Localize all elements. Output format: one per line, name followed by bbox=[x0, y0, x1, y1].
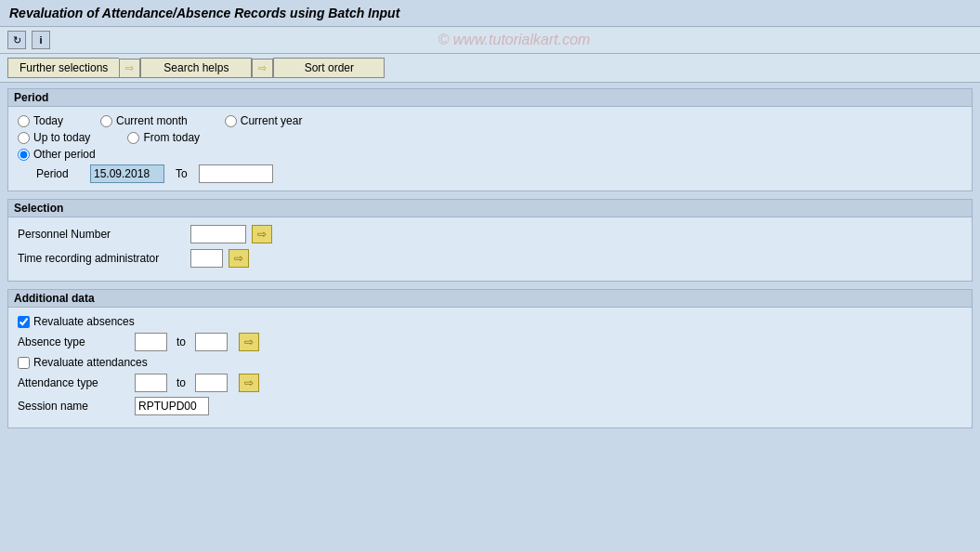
radio-today-label: Today bbox=[33, 114, 63, 127]
time-recording-arrow-btn[interactable]: ⇨ bbox=[229, 249, 249, 268]
period-row-3: Other period bbox=[18, 148, 962, 161]
revaluate-absences-text: Revaluate absences bbox=[33, 315, 135, 328]
absence-type-label: Absence type bbox=[18, 335, 129, 348]
radio-up-to-today-label: Up to today bbox=[33, 131, 90, 144]
period-section: Period Today Current month Current year bbox=[7, 88, 973, 191]
to-label: To bbox=[176, 167, 188, 180]
title-bar: Revaluation of Attendance/Absence Record… bbox=[0, 0, 980, 27]
tab-sort-order[interactable]: Sort order bbox=[273, 58, 385, 78]
period-section-body: Today Current month Current year Up to t… bbox=[8, 107, 972, 191]
attendance-type-to-label: to bbox=[176, 376, 186, 389]
period-input-row: Period To bbox=[18, 164, 962, 183]
tab-search-helps[interactable]: Search helps bbox=[140, 58, 252, 78]
absence-type-row: Absence type to ⇨ bbox=[18, 333, 962, 351]
radio-today-input[interactable] bbox=[18, 115, 30, 127]
radio-current-year-input[interactable] bbox=[225, 115, 237, 127]
revaluate-absences-label[interactable]: Revaluate absences bbox=[18, 315, 135, 328]
page-title: Revaluation of Attendance/Absence Record… bbox=[9, 6, 399, 20]
attendance-type-label: Attendance type bbox=[18, 376, 129, 389]
watermark: © www.tutorialkart.com bbox=[56, 32, 973, 48]
attendance-type-from-input[interactable] bbox=[135, 374, 167, 392]
revaluate-attendances-text: Revaluate attendances bbox=[33, 356, 148, 369]
session-name-label: Session name bbox=[18, 400, 129, 413]
revaluate-absences-checkbox[interactable] bbox=[18, 316, 30, 328]
personnel-number-row: Personnel Number ⇨ bbox=[18, 225, 962, 243]
radio-current-month-input[interactable] bbox=[100, 115, 112, 127]
personnel-number-arrow-btn[interactable]: ⇨ bbox=[252, 225, 272, 243]
tab-further-selections[interactable]: Further selections bbox=[7, 58, 119, 78]
radio-up-to-today[interactable]: Up to today bbox=[18, 131, 90, 144]
revaluate-attendances-row: Revaluate attendances bbox=[18, 356, 962, 369]
absence-type-arrow-btn[interactable]: ⇨ bbox=[239, 333, 259, 351]
radio-other-period-input[interactable] bbox=[18, 149, 30, 161]
period-row-1: Today Current month Current year bbox=[18, 114, 962, 127]
absence-type-to-input[interactable] bbox=[195, 333, 228, 351]
radio-current-year[interactable]: Current year bbox=[225, 114, 303, 127]
radio-up-to-today-input[interactable] bbox=[18, 132, 30, 144]
period-from-date[interactable] bbox=[90, 164, 164, 183]
session-name-row: Session name bbox=[18, 397, 962, 415]
radio-other-period[interactable]: Other period bbox=[18, 148, 96, 161]
period-to-date[interactable] bbox=[199, 164, 273, 183]
time-recording-input[interactable] bbox=[190, 249, 223, 268]
selection-section-body: Personnel Number ⇨ Time recording admini… bbox=[8, 217, 972, 281]
absence-type-from-input[interactable] bbox=[135, 333, 167, 351]
attendance-type-arrow-btn[interactable]: ⇨ bbox=[239, 374, 259, 392]
radio-current-month-label: Current month bbox=[116, 114, 188, 127]
search-helps-arrow-icon: ⇨ bbox=[252, 59, 273, 78]
radio-other-period-label: Other period bbox=[33, 148, 96, 161]
radio-from-today-input[interactable] bbox=[127, 132, 139, 144]
radio-today[interactable]: Today bbox=[18, 114, 63, 127]
attendance-type-row: Attendance type to ⇨ bbox=[18, 374, 962, 392]
radio-from-today-label: From today bbox=[143, 131, 200, 144]
personnel-number-input[interactable] bbox=[190, 225, 246, 243]
time-recording-row: Time recording administrator ⇨ bbox=[18, 249, 962, 268]
revaluate-attendances-checkbox[interactable] bbox=[18, 357, 30, 369]
further-selections-arrow-icon: ⇨ bbox=[119, 59, 140, 78]
additional-section: Additional data Revaluate absences Absen… bbox=[7, 289, 973, 428]
selection-section-title: Selection bbox=[8, 200, 972, 217]
back-icon[interactable]: ↻ bbox=[7, 31, 26, 49]
attendance-type-to-input[interactable] bbox=[195, 374, 228, 392]
time-recording-label: Time recording administrator bbox=[18, 252, 185, 265]
period-row-2: Up to today From today bbox=[18, 131, 962, 144]
tab-bar: Further selections ⇨ Search helps ⇨ Sort… bbox=[0, 54, 980, 83]
radio-from-today[interactable]: From today bbox=[127, 131, 200, 144]
additional-section-body: Revaluate absences Absence type to ⇨ Rev… bbox=[8, 308, 972, 427]
info-icon[interactable]: i bbox=[32, 31, 50, 49]
radio-current-month[interactable]: Current month bbox=[100, 114, 188, 127]
revaluate-attendances-label[interactable]: Revaluate attendances bbox=[18, 356, 148, 369]
personnel-number-label: Personnel Number bbox=[18, 228, 185, 241]
absence-type-to-label: to bbox=[176, 335, 186, 348]
main-content: Period Today Current month Current year bbox=[0, 83, 980, 441]
session-name-input[interactable] bbox=[135, 397, 209, 415]
period-section-title: Period bbox=[8, 89, 972, 107]
toolbar: ↻ i © www.tutorialkart.com bbox=[0, 27, 980, 54]
period-field-label: Period bbox=[36, 167, 83, 180]
revaluate-absences-row: Revaluate absences bbox=[18, 315, 962, 328]
selection-section: Selection Personnel Number ⇨ Time record… bbox=[7, 199, 973, 282]
additional-section-title: Additional data bbox=[8, 290, 972, 308]
radio-current-year-label: Current year bbox=[241, 114, 303, 127]
